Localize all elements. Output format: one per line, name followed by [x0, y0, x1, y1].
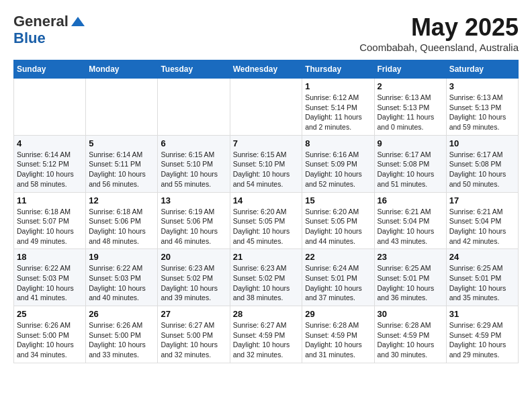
day-number: 10 — [449, 138, 515, 148]
day-number: 21 — [233, 252, 300, 262]
calendar-week-row: 25Sunrise: 6:26 AM Sunset: 5:00 PM Dayli… — [14, 306, 519, 363]
day-number: 19 — [89, 252, 154, 262]
title-block: May 2025 Coombabah, Queensland, Australi… — [359, 13, 519, 53]
day-number: 20 — [161, 252, 226, 262]
day-info: Sunrise: 6:14 AM Sunset: 5:12 PM Dayligh… — [17, 150, 83, 189]
day-info: Sunrise: 6:22 AM Sunset: 5:03 PM Dayligh… — [89, 263, 154, 303]
main-title: May 2025 — [359, 13, 519, 42]
day-info: Sunrise: 6:27 AM Sunset: 4:59 PM Dayligh… — [233, 320, 300, 360]
calendar-cell: 6Sunrise: 6:15 AM Sunset: 5:10 PM Daylig… — [158, 135, 230, 192]
day-number: 25 — [17, 309, 83, 319]
calendar-cell — [230, 79, 302, 136]
calendar-cell: 22Sunrise: 6:24 AM Sunset: 5:01 PM Dayli… — [302, 249, 374, 306]
day-number: 8 — [305, 138, 371, 148]
calendar-week-row: 1Sunrise: 6:12 AM Sunset: 5:14 PM Daylig… — [14, 79, 519, 136]
day-info: Sunrise: 6:13 AM Sunset: 5:13 PM Dayligh… — [378, 93, 443, 132]
day-info: Sunrise: 6:26 AM Sunset: 5:00 PM Dayligh… — [89, 320, 154, 360]
day-number: 15 — [305, 195, 371, 205]
calendar-cell: 26Sunrise: 6:26 AM Sunset: 5:00 PM Dayli… — [86, 306, 158, 363]
calendar-week-row: 18Sunrise: 6:22 AM Sunset: 5:03 PM Dayli… — [14, 249, 519, 306]
logo: General Blue — [13, 13, 86, 46]
day-number: 12 — [89, 195, 154, 205]
calendar-cell: 7Sunrise: 6:15 AM Sunset: 5:10 PM Daylig… — [230, 135, 302, 192]
calendar-cell: 23Sunrise: 6:25 AM Sunset: 5:01 PM Dayli… — [374, 249, 446, 306]
day-info: Sunrise: 6:20 AM Sunset: 5:05 PM Dayligh… — [233, 207, 300, 246]
calendar-cell — [86, 79, 158, 136]
day-number: 1 — [305, 81, 371, 91]
calendar-cell: 4Sunrise: 6:14 AM Sunset: 5:12 PM Daylig… — [14, 135, 86, 192]
day-info: Sunrise: 6:21 AM Sunset: 5:04 PM Dayligh… — [449, 207, 515, 246]
calendar-cell: 5Sunrise: 6:14 AM Sunset: 5:11 PM Daylig… — [86, 135, 158, 192]
day-number: 14 — [233, 195, 300, 205]
calendar-cell: 14Sunrise: 6:20 AM Sunset: 5:05 PM Dayli… — [230, 192, 302, 249]
day-info: Sunrise: 6:12 AM Sunset: 5:14 PM Dayligh… — [305, 93, 371, 132]
calendar-cell: 1Sunrise: 6:12 AM Sunset: 5:14 PM Daylig… — [302, 79, 374, 136]
calendar-cell: 3Sunrise: 6:13 AM Sunset: 5:13 PM Daylig… — [446, 79, 518, 136]
day-info: Sunrise: 6:20 AM Sunset: 5:05 PM Dayligh… — [305, 207, 371, 246]
calendar-cell: 13Sunrise: 6:19 AM Sunset: 5:06 PM Dayli… — [158, 192, 230, 249]
day-number: 26 — [89, 309, 154, 319]
day-info: Sunrise: 6:21 AM Sunset: 5:04 PM Dayligh… — [378, 207, 443, 246]
calendar-cell: 28Sunrise: 6:27 AM Sunset: 4:59 PM Dayli… — [230, 306, 302, 363]
calendar-week-row: 4Sunrise: 6:14 AM Sunset: 5:12 PM Daylig… — [14, 135, 519, 192]
day-info: Sunrise: 6:23 AM Sunset: 5:02 PM Dayligh… — [161, 263, 226, 303]
calendar-cell: 17Sunrise: 6:21 AM Sunset: 5:04 PM Dayli… — [446, 192, 518, 249]
header-day: Monday — [86, 60, 158, 79]
calendar-body: 1Sunrise: 6:12 AM Sunset: 5:14 PM Daylig… — [14, 79, 519, 363]
day-number: 9 — [378, 138, 443, 148]
day-info: Sunrise: 6:18 AM Sunset: 5:06 PM Dayligh… — [89, 207, 154, 246]
day-info: Sunrise: 6:13 AM Sunset: 5:13 PM Dayligh… — [449, 93, 515, 132]
header-day: Saturday — [446, 60, 518, 79]
calendar-cell: 30Sunrise: 6:28 AM Sunset: 4:59 PM Dayli… — [374, 306, 446, 363]
calendar-cell: 2Sunrise: 6:13 AM Sunset: 5:13 PM Daylig… — [374, 79, 446, 136]
day-info: Sunrise: 6:23 AM Sunset: 5:02 PM Dayligh… — [233, 263, 300, 303]
day-number: 29 — [305, 309, 371, 319]
day-info: Sunrise: 6:14 AM Sunset: 5:11 PM Dayligh… — [89, 150, 154, 189]
day-info: Sunrise: 6:17 AM Sunset: 5:08 PM Dayligh… — [449, 150, 515, 189]
day-info: Sunrise: 6:15 AM Sunset: 5:10 PM Dayligh… — [161, 150, 226, 189]
day-info: Sunrise: 6:22 AM Sunset: 5:03 PM Dayligh… — [17, 263, 83, 303]
header-day: Tuesday — [158, 60, 230, 79]
day-info: Sunrise: 6:26 AM Sunset: 5:00 PM Dayligh… — [17, 320, 83, 360]
day-number: 17 — [449, 195, 515, 205]
calendar-cell: 11Sunrise: 6:18 AM Sunset: 5:07 PM Dayli… — [14, 192, 86, 249]
day-number: 22 — [305, 252, 371, 262]
calendar-cell: 9Sunrise: 6:17 AM Sunset: 5:08 PM Daylig… — [374, 135, 446, 192]
day-info: Sunrise: 6:28 AM Sunset: 4:59 PM Dayligh… — [378, 320, 443, 360]
calendar-week-row: 11Sunrise: 6:18 AM Sunset: 5:07 PM Dayli… — [14, 192, 519, 249]
calendar-cell: 10Sunrise: 6:17 AM Sunset: 5:08 PM Dayli… — [446, 135, 518, 192]
day-info: Sunrise: 6:28 AM Sunset: 4:59 PM Dayligh… — [305, 320, 371, 360]
calendar-cell: 16Sunrise: 6:21 AM Sunset: 5:04 PM Dayli… — [374, 192, 446, 249]
subtitle: Coombabah, Queensland, Australia — [359, 42, 519, 53]
day-number: 5 — [89, 138, 154, 148]
day-number: 16 — [378, 195, 443, 205]
calendar-header-row: SundayMondayTuesdayWednesdayThursdayFrid… — [14, 60, 519, 79]
calendar-cell: 12Sunrise: 6:18 AM Sunset: 5:06 PM Dayli… — [86, 192, 158, 249]
calendar-cell: 20Sunrise: 6:23 AM Sunset: 5:02 PM Dayli… — [158, 249, 230, 306]
logo-icon — [70, 14, 86, 30]
calendar-cell: 31Sunrise: 6:29 AM Sunset: 4:59 PM Dayli… — [446, 306, 518, 363]
day-number: 3 — [449, 81, 515, 91]
header-day: Sunday — [14, 60, 86, 79]
day-info: Sunrise: 6:27 AM Sunset: 5:00 PM Dayligh… — [161, 320, 226, 360]
day-number: 13 — [161, 195, 226, 205]
day-info: Sunrise: 6:24 AM Sunset: 5:01 PM Dayligh… — [305, 263, 371, 303]
day-info: Sunrise: 6:15 AM Sunset: 5:10 PM Dayligh… — [233, 150, 300, 189]
day-number: 31 — [449, 309, 515, 319]
calendar-cell: 25Sunrise: 6:26 AM Sunset: 5:00 PM Dayli… — [14, 306, 86, 363]
calendar-cell: 8Sunrise: 6:16 AM Sunset: 5:09 PM Daylig… — [302, 135, 374, 192]
calendar-cell — [14, 79, 86, 136]
logo-blue: Blue — [13, 30, 46, 46]
calendar-cell: 19Sunrise: 6:22 AM Sunset: 5:03 PM Dayli… — [86, 249, 158, 306]
header-day: Thursday — [302, 60, 374, 79]
day-number: 30 — [378, 309, 443, 319]
header-day: Wednesday — [230, 60, 302, 79]
day-number: 2 — [378, 81, 443, 91]
calendar-cell: 27Sunrise: 6:27 AM Sunset: 5:00 PM Dayli… — [158, 306, 230, 363]
day-number: 18 — [17, 252, 83, 262]
calendar-cell: 21Sunrise: 6:23 AM Sunset: 5:02 PM Dayli… — [230, 249, 302, 306]
day-number: 24 — [449, 252, 515, 262]
calendar-table: SundayMondayTuesdayWednesdayThursdayFrid… — [13, 60, 519, 363]
day-info: Sunrise: 6:17 AM Sunset: 5:08 PM Dayligh… — [378, 150, 443, 189]
day-info: Sunrise: 6:25 AM Sunset: 5:01 PM Dayligh… — [449, 263, 515, 303]
